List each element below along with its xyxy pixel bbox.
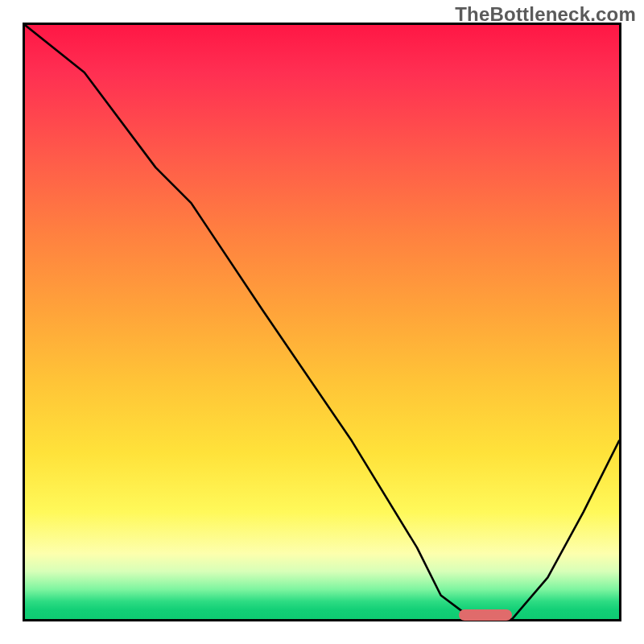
curve-svg <box>25 25 619 619</box>
chart-container: TheBottleneck.com <box>0 0 644 644</box>
plot-area <box>23 23 621 621</box>
optimum-marker <box>459 609 512 621</box>
curve-path <box>25 25 619 619</box>
